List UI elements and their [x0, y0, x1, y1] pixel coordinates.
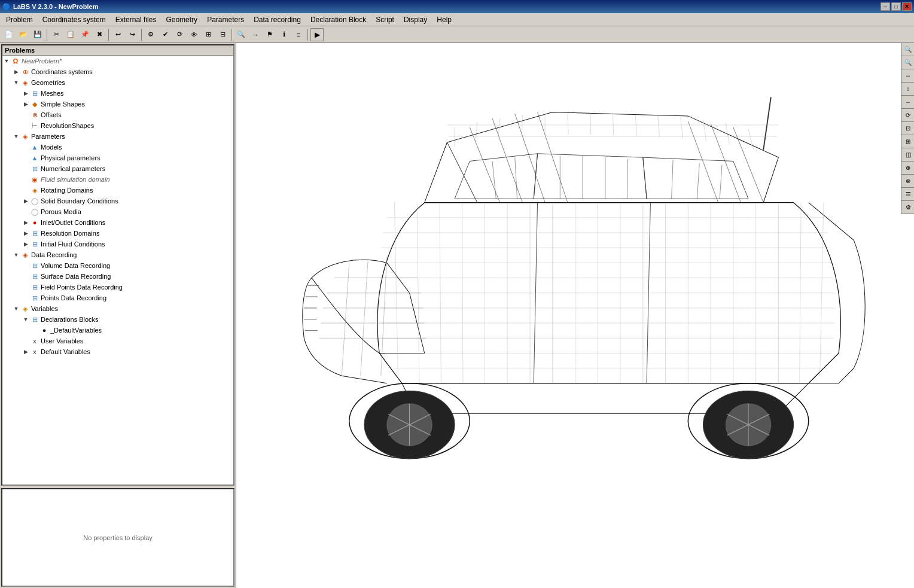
tree-node-surface[interactable]: ⊞Surface Data Recording	[2, 271, 233, 282]
info-button[interactable]: ℹ	[278, 28, 291, 41]
layout-button[interactable]: ⊟	[216, 28, 229, 41]
extra-button[interactable]: ≡	[292, 28, 305, 41]
zoom-button[interactable]: 🔍	[234, 28, 248, 41]
view-options-icon[interactable]: ⊞	[901, 135, 914, 148]
tree-node-numerical[interactable]: ⊞Numerical parameters	[2, 163, 233, 174]
tree-node-variables[interactable]: ▼◈Variables	[2, 303, 233, 314]
tree-node-decl[interactable]: ▼⊞Declarations Blocks	[2, 314, 233, 325]
refresh-button[interactable]: ⟳	[173, 28, 186, 41]
close-button[interactable]: ✕	[902, 2, 912, 11]
tree-node-initial[interactable]: ▶⊞Initial Fluid Conditions	[2, 239, 233, 249]
pan-horizontal-icon[interactable]: ↔	[901, 96, 914, 109]
redo-button[interactable]: ↪	[126, 28, 139, 41]
save-button[interactable]: 💾	[31, 28, 44, 41]
menu-item-geometry[interactable]: Geometry	[161, 14, 202, 25]
tree-node-revolution[interactable]: ⊢RevolutionShapes	[2, 120, 233, 131]
tree-node-models[interactable]: ▲Models	[2, 142, 233, 153]
tree-node-solid[interactable]: ▶◯Solid Boundary Conditions	[2, 196, 233, 206]
new-button[interactable]: 📄	[2, 28, 16, 41]
menu-item-display[interactable]: Display	[399, 14, 432, 25]
paste-button[interactable]: 📌	[78, 28, 92, 41]
rotate-icon[interactable]: ⟳	[901, 109, 914, 122]
run-button[interactable]: ▶	[310, 28, 324, 41]
tree-label-volume: Volume Data Recording	[41, 262, 110, 269]
open-button[interactable]: 📂	[17, 28, 30, 41]
tree-node-rotating[interactable]: ◈Rotating Domains	[2, 185, 233, 196]
tree-expander-initial[interactable]: ▶	[22, 240, 30, 248]
menu-item-external-files[interactable]: External files	[111, 14, 162, 25]
tree-expander-datarecord[interactable]: ▼	[12, 251, 20, 259]
tree-node-datarecord[interactable]: ▼◈Data Recording	[2, 249, 233, 260]
viewport[interactable]: 🔍🔍↔↕↔⟳⊡⊞◫⊕⊗☰⚙	[236, 43, 914, 588]
tree-node-root[interactable]: ▼ΩNewProblem*	[2, 56, 233, 66]
tree-expander-defvars2[interactable]: ▶	[22, 348, 30, 356]
tree-expander-coord[interactable]: ▶	[12, 68, 20, 76]
arrow-button[interactable]: →	[249, 28, 262, 41]
tree-node-defvars2[interactable]: ▶xDefault Variables	[2, 346, 233, 357]
tree-node-coord[interactable]: ▶⊕Coordinates systems	[2, 66, 233, 77]
tree-label-variables: Variables	[31, 305, 58, 312]
tree-expander-simple[interactable]: ▶	[22, 100, 30, 108]
tree-panel[interactable]: Problems ▼ΩNewProblem*▶⊕Coordinates syst…	[1, 44, 234, 486]
flag-button[interactable]: ⚑	[263, 28, 276, 41]
tree-expander-geom[interactable]: ▼	[12, 78, 20, 87]
tree-icon-offsets: ⊗	[30, 110, 39, 120]
tree-expander-root[interactable]: ▼	[2, 57, 11, 65]
tree-expander-solid[interactable]: ▶	[22, 197, 30, 205]
tree-node-params[interactable]: ▼◈Parameters	[2, 131, 233, 142]
tree-label-fluid: Fluid simulation domain	[41, 176, 110, 183]
separator-4	[231, 29, 232, 41]
tree-expander-defaultvars	[31, 326, 39, 334]
zoom-in-icon[interactable]: 🔍	[901, 43, 914, 56]
tree-expander-decl[interactable]: ▼	[22, 315, 30, 324]
settings-button[interactable]: ⚙	[144, 28, 157, 41]
tree-node-uservars[interactable]: xUser Variables	[2, 336, 233, 346]
delete-button[interactable]: ✖	[93, 28, 106, 41]
tree-node-fluid[interactable]: ◉Fluid simulation domain	[2, 174, 233, 185]
fit-icon[interactable]: ↔	[901, 69, 914, 83]
minimize-button[interactable]: ─	[881, 2, 890, 11]
copy-button[interactable]: 📋	[64, 28, 77, 41]
tree-expander-params[interactable]: ▼	[12, 132, 20, 141]
view-button[interactable]: 👁	[187, 28, 200, 41]
menu-item-help[interactable]: Help	[432, 14, 456, 25]
tree-icon-coord: ⊕	[20, 67, 30, 77]
pan-vertical-icon[interactable]: ↕	[901, 83, 914, 96]
menu-item-data-recording[interactable]: Data recording	[249, 14, 306, 25]
grid-button[interactable]: ⊞	[202, 28, 215, 41]
tree-node-inlet[interactable]: ▶●Inlet/Outlet Conditions	[2, 217, 233, 228]
undo-button[interactable]: ↩	[111, 28, 124, 41]
tree-node-physical[interactable]: ▲Physical parameters	[2, 153, 233, 163]
tree-node-offsets[interactable]: ⊗Offsets	[2, 109, 233, 120]
tree-expander-resolution[interactable]: ▶	[22, 229, 30, 237]
menu-icon[interactable]: ☰	[901, 188, 914, 201]
cut-button[interactable]: ✂	[50, 28, 63, 41]
add-view-icon[interactable]: ⊕	[901, 162, 914, 175]
maximize-button[interactable]: □	[891, 2, 901, 11]
tree-node-porous[interactable]: ◯Porous Media	[2, 206, 233, 217]
menu-item-script[interactable]: Script	[371, 14, 399, 25]
tree-node-meshes[interactable]: ▶⊞Meshes	[2, 88, 233, 99]
app-icon: 🔵	[2, 3, 11, 11]
view-split-icon[interactable]: ◫	[901, 148, 914, 162]
check-button[interactable]: ✔	[159, 28, 172, 41]
tree-node-volume[interactable]: ⊞Volume Data Recording	[2, 260, 233, 271]
zoom-out-icon[interactable]: 🔍	[901, 56, 914, 69]
menu-item-coordinates-system[interactable]: Coordinates system	[38, 14, 111, 25]
tree-expander-meshes[interactable]: ▶	[22, 89, 30, 98]
close-view-icon[interactable]: ⊗	[901, 175, 914, 188]
tree-icon-fluid: ◉	[30, 175, 39, 184]
tree-node-defaultvars[interactable]: ●_DefaultVariables	[2, 325, 233, 336]
settings-icon[interactable]: ⚙	[901, 201, 914, 214]
tree-expander-variables[interactable]: ▼	[12, 304, 20, 313]
tree-node-resolution[interactable]: ▶⊞Resolution Domains	[2, 228, 233, 239]
tree-node-simple[interactable]: ▶◆Simple Shapes	[2, 99, 233, 109]
menu-item-parameters[interactable]: Parameters	[202, 14, 249, 25]
menu-item-problem[interactable]: Problem	[1, 14, 38, 25]
tree-node-pointsdr[interactable]: ⊞Points Data Recording	[2, 293, 233, 303]
menu-item-declaration-block[interactable]: Declaration Block	[306, 14, 371, 25]
grid-icon[interactable]: ⊡	[901, 122, 914, 135]
tree-expander-inlet[interactable]: ▶	[22, 218, 30, 227]
tree-node-geom[interactable]: ▼◈Geometries	[2, 77, 233, 88]
tree-node-field[interactable]: ⊞Field Points Data Recording	[2, 282, 233, 293]
